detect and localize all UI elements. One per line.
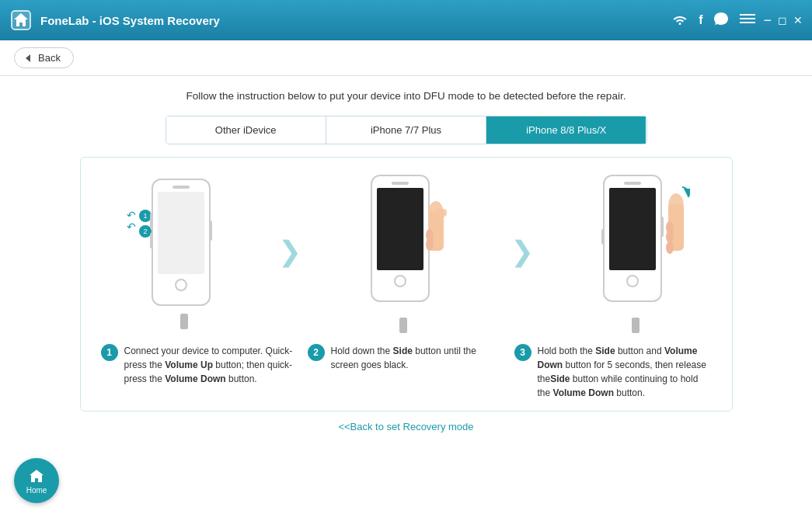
title-bar: FoneLab - iOS System Recovery f − ◻ ✕ (0, 0, 812, 40)
connector-step1 (180, 314, 188, 329)
finger-on-button-step2 (434, 209, 447, 217)
home-icon (28, 467, 45, 484)
hand-step3-icon (664, 193, 688, 263)
arrow-1-icon: ❯ (278, 235, 301, 268)
phone-screen-step1 (158, 192, 204, 274)
steps-images: ↶ ↶ 1 2 (96, 170, 716, 333)
connector-step2 (399, 318, 407, 333)
volume-arrows-icon: ↶ ↶ (127, 210, 136, 234)
back-button[interactable]: Back (14, 47, 74, 68)
device-tabs: Other iDevice iPhone 7/7 Plus iPhone 8/8… (166, 116, 647, 144)
phone-home-step1 (175, 279, 187, 291)
release-arrow-icon (674, 186, 690, 201)
back-to-recovery-link[interactable]: <<Back to set Recovery mode (338, 421, 473, 432)
step2-number: 2 (308, 344, 325, 361)
close-button[interactable]: ✕ (793, 14, 803, 26)
back-arrow-icon (23, 53, 33, 64)
tab-other-idevice[interactable]: Other iDevice (166, 116, 326, 144)
wifi-icon[interactable] (672, 12, 688, 29)
step1-phone-body (152, 179, 211, 306)
svg-point-13 (666, 231, 674, 243)
tab-iphone7[interactable]: iPhone 7/7 Plus (326, 116, 486, 144)
side-btn-right (209, 221, 212, 241)
svg-point-9 (426, 238, 434, 251)
back-bar: Back (0, 40, 812, 76)
home-bottom-button[interactable]: Home (14, 458, 59, 503)
step2-phone-body (371, 175, 430, 302)
facebook-icon[interactable]: f (699, 13, 702, 27)
step3-screen-dark (609, 188, 656, 270)
step3-phone-body (603, 175, 662, 302)
svg-marker-5 (26, 54, 30, 62)
steps-text: 1 Connect your device to computer. Quick… (96, 344, 716, 400)
window-controls: − ◻ ✕ (763, 12, 803, 29)
app-title: FoneLab - iOS System Recovery (40, 14, 672, 27)
side-btn-vol-down (150, 233, 153, 248)
step3-description: Hold both the Side button and Volume Dow… (538, 344, 712, 400)
step1-description: Connect your device to computer. Quick-p… (124, 344, 298, 386)
svg-point-14 (666, 241, 674, 254)
step3-text: 3 Hold both the Side button and Volume D… (510, 344, 716, 400)
step1-number: 1 (101, 344, 118, 361)
back-label: Back (38, 52, 61, 64)
step1-text: 1 Connect your device to computer. Quick… (96, 344, 303, 400)
step3-number: 3 (514, 344, 531, 361)
side-btn-vol-up (150, 213, 153, 228)
chat-icon[interactable] (713, 12, 729, 29)
minimize-button[interactable]: − (763, 12, 772, 29)
phone-speaker-step1 (173, 186, 190, 189)
instruction-text: Follow the instruction below to put your… (186, 90, 626, 102)
connector-step3 (632, 318, 639, 333)
step2-text: 2 Hold down the Side button until the sc… (303, 344, 510, 400)
toolbar-icons: f (672, 12, 755, 29)
main-content: Follow the instruction below to put your… (0, 76, 812, 514)
steps-box: ↶ ↶ 1 2 (80, 157, 733, 412)
step1-phone: ↶ ↶ 1 2 (124, 174, 217, 329)
step3-phone (595, 170, 688, 333)
step2-screen-dark (377, 188, 423, 270)
app-logo (9, 9, 33, 32)
arrow-2-icon: ❯ (511, 235, 534, 268)
step2-phone (363, 170, 448, 333)
home-label: Home (26, 486, 47, 495)
maximize-button[interactable]: ◻ (778, 14, 787, 26)
step2-description: Hold down the Side button until the scre… (331, 344, 505, 372)
menu-icon[interactable] (740, 13, 755, 27)
tab-iphone8[interactable]: iPhone 8/8 Plus/X (486, 116, 646, 144)
svg-marker-15 (30, 470, 44, 482)
